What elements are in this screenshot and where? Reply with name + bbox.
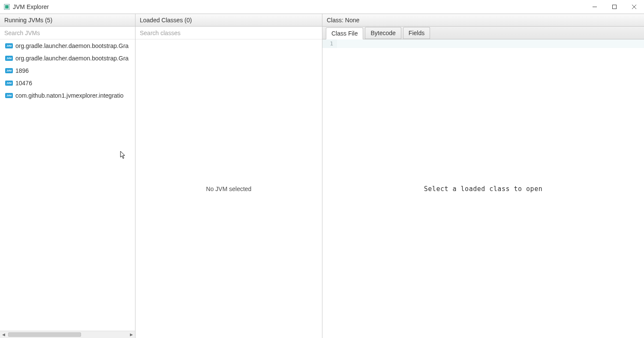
jvm-icon: JVM — [5, 81, 13, 86]
search-jvms-input[interactable] — [0, 27, 135, 39]
main-layout: Running JVMs (5) JVM org.gradle.launcher… — [0, 14, 644, 338]
classes-search-box — [135, 27, 322, 39]
current-line-highlight — [337, 39, 644, 48]
jvm-list-item[interactable]: JVM 1896 — [0, 64, 135, 77]
classes-empty-state: No JVM selected — [135, 39, 322, 338]
line-number-gutter: 1 — [322, 39, 337, 48]
close-button[interactable] — [624, 0, 644, 14]
jvm-list-item[interactable]: JVM org.gradle.launcher.daemon.bootstrap… — [0, 39, 135, 52]
svg-rect-3 — [613, 5, 617, 9]
scroll-track[interactable] — [7, 331, 128, 338]
window-title: JVM Explorer — [13, 3, 49, 10]
tab-fields[interactable]: Fields — [403, 27, 430, 39]
detail-tab-bar: Class File Bytecode Fields — [322, 27, 644, 39]
scroll-left-button[interactable]: ◀ — [0, 331, 7, 338]
code-first-line: 1 — [322, 39, 644, 48]
search-classes-input[interactable] — [135, 27, 322, 39]
jvm-list-item[interactable]: JVM 10476 — [0, 77, 135, 89]
app-icon — [3, 3, 10, 10]
jvm-item-label: com.github.naton1.jvmexplorer.integratio — [15, 92, 123, 99]
tab-class-file[interactable]: Class File — [326, 27, 363, 39]
titlebar: JVM Explorer — [0, 0, 644, 14]
jvm-item-label: 10476 — [15, 80, 32, 87]
jvm-list-item[interactable]: JVM org.gradle.launcher.daemon.bootstrap… — [0, 52, 135, 64]
jvm-item-label: org.gradle.launcher.daemon.bootstrap.Gra — [15, 42, 129, 49]
jvms-horizontal-scrollbar[interactable]: ◀ ▶ — [0, 331, 135, 338]
detail-panel: Class: None Class File Bytecode Fields 1… — [322, 14, 644, 338]
jvm-icon: JVM — [5, 68, 13, 73]
scroll-thumb[interactable] — [8, 332, 81, 337]
cursor-icon — [120, 151, 126, 161]
jvms-search-box — [0, 27, 135, 39]
jvms-panel: Running JVMs (5) JVM org.gradle.launcher… — [0, 14, 135, 338]
code-area[interactable]: 1 Select a loaded class to open — [322, 39, 644, 338]
jvms-panel-header: Running JVMs (5) — [0, 14, 135, 27]
code-empty-placeholder: Select a loaded class to open — [424, 185, 542, 193]
classes-panel-header: Loaded Classes (0) — [135, 14, 322, 27]
jvm-list-item[interactable]: JVM com.github.naton1.jvmexplorer.integr… — [0, 89, 135, 102]
jvm-icon: JVM — [5, 56, 13, 61]
minimize-button[interactable] — [585, 0, 605, 14]
classes-panel: Loaded Classes (0) No JVM selected — [135, 14, 322, 338]
jvm-item-label: org.gradle.launcher.daemon.bootstrap.Gra — [15, 55, 129, 62]
jvm-item-label: 1896 — [15, 67, 29, 74]
jvm-icon: JVM — [5, 43, 13, 48]
scroll-right-button[interactable]: ▶ — [128, 331, 135, 338]
detail-panel-header: Class: None — [322, 14, 644, 27]
maximize-button[interactable] — [605, 0, 624, 14]
jvms-list[interactable]: JVM org.gradle.launcher.daemon.bootstrap… — [0, 39, 135, 331]
svg-rect-1 — [5, 5, 9, 9]
tab-bytecode[interactable]: Bytecode — [365, 27, 401, 39]
classes-empty-text: No JVM selected — [206, 185, 252, 192]
jvm-icon: JVM — [5, 93, 13, 98]
